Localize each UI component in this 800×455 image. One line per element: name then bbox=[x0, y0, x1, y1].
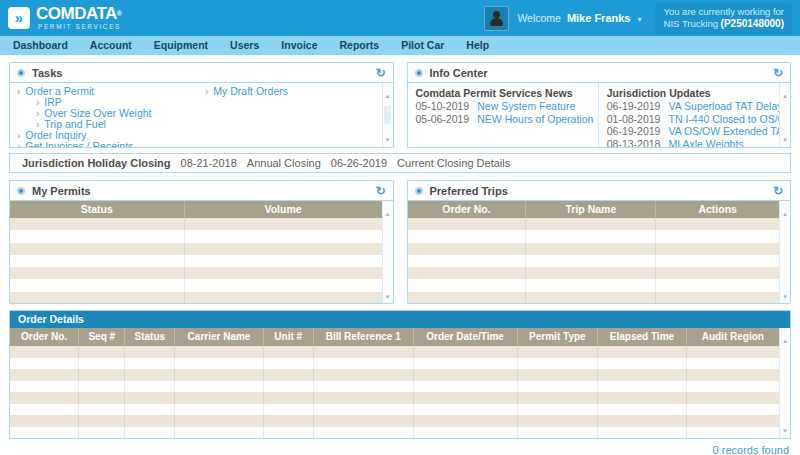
main-nav: Dashboard Account Equipment Users Invoic… bbox=[0, 36, 800, 55]
table-cell bbox=[518, 427, 599, 439]
chevron-right-icon bbox=[17, 141, 20, 148]
nav-item-account[interactable]: Account bbox=[79, 36, 143, 55]
table-cell bbox=[408, 243, 527, 255]
scroll-down-icon[interactable] bbox=[783, 285, 787, 303]
refresh-icon[interactable] bbox=[375, 185, 385, 197]
table-row bbox=[10, 267, 382, 279]
nav-item-equipment[interactable]: Equipment bbox=[143, 36, 219, 55]
top-panels-row: Tasks Order a Permit IRP Over Size Over … bbox=[9, 62, 791, 148]
scroll-up-icon[interactable] bbox=[783, 329, 787, 347]
update-link[interactable]: VA OS/OW Extended TAT bbox=[668, 125, 788, 137]
panel-bullet-icon bbox=[415, 69, 423, 77]
preferred-trips-scrollbar[interactable] bbox=[779, 201, 790, 304]
table-cell bbox=[125, 392, 175, 404]
table-cell bbox=[518, 369, 599, 381]
nav-item-help[interactable]: Help bbox=[455, 36, 500, 55]
tasks-scrollbar[interactable] bbox=[382, 83, 393, 147]
chevron-right-icon bbox=[205, 86, 208, 97]
table-cell bbox=[185, 230, 382, 242]
comdata-logo[interactable]: COMDATA® PERMIT SERVICES bbox=[8, 6, 122, 30]
news-link[interactable]: NEW Hours of Operation bbox=[477, 113, 593, 125]
table-row bbox=[10, 230, 382, 242]
scroll-down-icon[interactable] bbox=[386, 128, 390, 146]
user-menu[interactable]: Welcome Mike Franks bbox=[517, 12, 641, 24]
table-cell bbox=[10, 404, 79, 416]
update-item: 01-08-2019TN I-440 Closed to OS/OW bbox=[607, 113, 782, 126]
refresh-icon[interactable] bbox=[375, 67, 385, 79]
table-cell bbox=[656, 279, 779, 291]
table-cell bbox=[125, 369, 175, 381]
table-cell bbox=[598, 415, 686, 427]
table-cell bbox=[10, 415, 79, 427]
table-cell bbox=[656, 292, 779, 304]
update-link[interactable]: TN I-440 Closed to OS/OW bbox=[668, 113, 791, 125]
table-row bbox=[10, 279, 382, 291]
table-cell bbox=[656, 230, 779, 242]
table-row bbox=[408, 243, 780, 255]
scroll-up-icon[interactable] bbox=[386, 202, 390, 220]
nav-item-invoice[interactable]: Invoice bbox=[270, 36, 328, 55]
table-cell bbox=[185, 218, 382, 230]
task-my-draft-orders[interactable]: My Draft Orders bbox=[205, 86, 379, 97]
table-cell bbox=[408, 230, 527, 242]
info-center-panel: Info Center Comdata Permit Services News… bbox=[407, 62, 792, 148]
table-cell bbox=[656, 243, 779, 255]
scroll-down-icon[interactable] bbox=[783, 128, 787, 146]
update-link[interactable]: VA Superload TAT Delay bbox=[668, 100, 782, 112]
brand-name: COMDATA® bbox=[36, 6, 122, 22]
info-center-body: Comdata Permit Services News 05-10-2019N… bbox=[408, 83, 791, 147]
table-cell bbox=[314, 427, 414, 439]
column-header-order-no: Order No. bbox=[10, 328, 79, 346]
table-cell bbox=[656, 255, 779, 267]
nav-item-dashboard[interactable]: Dashboard bbox=[2, 36, 79, 55]
holiday-closing-label: Jurisdiction Holiday Closing bbox=[22, 157, 171, 169]
table-cell bbox=[79, 369, 125, 381]
table-cell bbox=[264, 415, 314, 427]
current-closing-details-link[interactable]: Current Closing Details bbox=[397, 157, 510, 169]
table-row bbox=[10, 381, 779, 393]
table-row bbox=[10, 358, 779, 370]
table-cell bbox=[526, 230, 656, 242]
preferred-trips-grid: Order No. Trip Name Actions bbox=[408, 201, 791, 304]
nav-item-reports[interactable]: Reports bbox=[328, 36, 390, 55]
info-center-scrollbar[interactable] bbox=[779, 83, 790, 147]
column-header-volume: Volume bbox=[185, 201, 382, 218]
jurisdiction-updates-column: Jurisdiction Updates 06-19-2019VA Superl… bbox=[599, 83, 790, 147]
scrollbar-thumb[interactable] bbox=[384, 106, 391, 124]
working-for-indicator: You are currently working for NIS Trucki… bbox=[655, 3, 792, 34]
table-cell bbox=[414, 415, 518, 427]
scroll-down-icon[interactable] bbox=[386, 285, 390, 303]
table-cell bbox=[175, 415, 263, 427]
nav-item-users[interactable]: Users bbox=[219, 36, 270, 55]
scroll-up-icon[interactable] bbox=[783, 202, 787, 220]
table-cell bbox=[687, 427, 779, 439]
preferred-trips-panel: Preferred Trips Order No. Trip Name Acti… bbox=[407, 180, 792, 304]
column-header-actions: Actions bbox=[656, 201, 779, 218]
news-date: 05-06-2019 bbox=[416, 113, 470, 125]
chevron-right-icon bbox=[17, 130, 20, 141]
table-row bbox=[408, 255, 780, 267]
news-link[interactable]: New System Feature bbox=[477, 100, 575, 112]
refresh-icon[interactable] bbox=[773, 185, 783, 197]
refresh-icon[interactable] bbox=[773, 67, 783, 79]
table-cell bbox=[408, 218, 527, 230]
panel-bullet-icon bbox=[17, 69, 25, 77]
order-details-scrollbar[interactable] bbox=[779, 328, 790, 438]
scroll-down-icon[interactable] bbox=[783, 419, 787, 437]
table-cell bbox=[125, 381, 175, 393]
my-permits-title: My Permits bbox=[32, 185, 91, 197]
user-avatar-icon[interactable] bbox=[484, 6, 509, 31]
column-header-unit: Unit # bbox=[264, 328, 314, 346]
scroll-up-icon[interactable] bbox=[386, 84, 390, 102]
table-cell bbox=[185, 292, 382, 304]
table-cell bbox=[314, 369, 414, 381]
update-link[interactable]: MI Axle Weights bbox=[668, 138, 743, 148]
updates-heading: Jurisdiction Updates bbox=[607, 86, 782, 100]
column-header-bill-reference-1: Bill Reference 1 bbox=[314, 328, 414, 346]
task-get-invoices-receipts[interactable]: Get Invoices / Receipts bbox=[17, 141, 205, 148]
table-cell bbox=[175, 404, 263, 416]
nav-item-pilot-car[interactable]: Pilot Car bbox=[390, 36, 455, 55]
table-cell bbox=[526, 279, 656, 291]
scroll-up-icon[interactable] bbox=[783, 84, 787, 102]
my-permits-scrollbar[interactable] bbox=[382, 201, 393, 304]
